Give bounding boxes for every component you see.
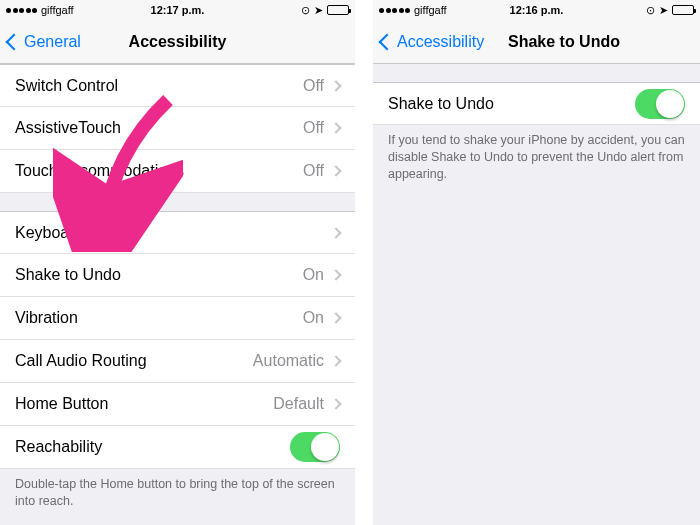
battery-icon	[672, 5, 694, 15]
row-label: Reachability	[15, 438, 290, 456]
status-time: 12:17 p.m.	[151, 4, 205, 16]
back-button[interactable]: Accessibility	[381, 33, 484, 51]
phone-shake-to-undo: giffgaff 12:16 p.m. ⊙ ➤ Accessibility Sh…	[373, 0, 700, 525]
chevron-left-icon	[6, 33, 23, 50]
row-label: Shake to Undo	[388, 95, 635, 113]
row-value: Automatic	[253, 352, 324, 370]
row-label: Switch Control	[15, 77, 303, 95]
nav-bar: General Accessibility	[0, 20, 355, 64]
shake-to-undo-footer: If you tend to shake your iPhone by acci…	[373, 125, 700, 187]
chevron-right-icon	[330, 80, 341, 91]
row-reachability[interactable]: Reachability	[0, 426, 355, 469]
chevron-right-icon	[330, 122, 341, 133]
status-bar: giffgaff 12:17 p.m. ⊙ ➤	[0, 0, 355, 20]
row-label: Call Audio Routing	[15, 352, 253, 370]
row-label: Keyboard	[15, 224, 332, 242]
row-value: On	[303, 266, 324, 284]
row-value: Default	[273, 395, 324, 413]
row-value: On	[303, 309, 324, 327]
row-keyboard[interactable]: Keyboard	[0, 211, 355, 254]
status-time: 12:16 p.m.	[510, 4, 564, 16]
row-label: Shake to Undo	[15, 266, 303, 284]
reachability-toggle[interactable]	[290, 432, 340, 462]
row-label: Home Button	[15, 395, 273, 413]
settings-list[interactable]: Switch Control Off AssistiveTouch Off To…	[0, 64, 355, 525]
section-header-hearing: HEARING	[0, 514, 355, 525]
row-switch-control[interactable]: Switch Control Off	[0, 64, 355, 107]
chevron-right-icon	[330, 269, 341, 280]
chevron-right-icon	[330, 312, 341, 323]
back-button[interactable]: General	[8, 33, 81, 51]
carrier-label: giffgaff	[41, 4, 74, 16]
row-value: Off	[303, 77, 324, 95]
carrier-label: giffgaff	[414, 4, 447, 16]
signal-dots-icon	[6, 8, 37, 13]
chevron-right-icon	[330, 355, 341, 366]
reachability-footer: Double-tap the Home button to bring the …	[0, 469, 355, 514]
row-value: Off	[303, 162, 324, 180]
back-label: Accessibility	[397, 33, 484, 51]
settings-list: Shake to Undo If you tend to shake your …	[373, 64, 700, 525]
row-label: AssistiveTouch	[15, 119, 303, 137]
battery-icon	[327, 5, 349, 15]
chevron-right-icon	[330, 165, 341, 176]
row-call-audio-routing[interactable]: Call Audio Routing Automatic	[0, 340, 355, 383]
chevron-left-icon	[379, 33, 396, 50]
location-icon: ➤	[314, 4, 323, 17]
nav-bar: Accessibility Shake to Undo	[373, 20, 700, 64]
phone-accessibility: giffgaff 12:17 p.m. ⊙ ➤ General Accessib…	[0, 0, 355, 525]
row-touch-accommodations[interactable]: Touch Accommodations Off	[0, 150, 355, 193]
chevron-right-icon	[330, 398, 341, 409]
row-home-button[interactable]: Home Button Default	[0, 383, 355, 426]
row-label: Vibration	[15, 309, 303, 327]
alarm-icon: ⊙	[646, 4, 655, 17]
shake-to-undo-toggle[interactable]	[635, 89, 685, 119]
alarm-icon: ⊙	[301, 4, 310, 17]
status-bar: giffgaff 12:16 p.m. ⊙ ➤	[373, 0, 700, 20]
signal-dots-icon	[379, 8, 410, 13]
back-label: General	[24, 33, 81, 51]
row-assistive-touch[interactable]: AssistiveTouch Off	[0, 107, 355, 150]
row-value: Off	[303, 119, 324, 137]
row-shake-to-undo[interactable]: Shake to Undo On	[0, 254, 355, 297]
row-vibration[interactable]: Vibration On	[0, 297, 355, 340]
page-title: Shake to Undo	[508, 33, 620, 51]
row-label: Touch Accommodations	[15, 162, 303, 180]
page-title: Accessibility	[129, 33, 227, 51]
row-shake-to-undo[interactable]: Shake to Undo	[373, 82, 700, 125]
chevron-right-icon	[330, 227, 341, 238]
location-icon: ➤	[659, 4, 668, 17]
